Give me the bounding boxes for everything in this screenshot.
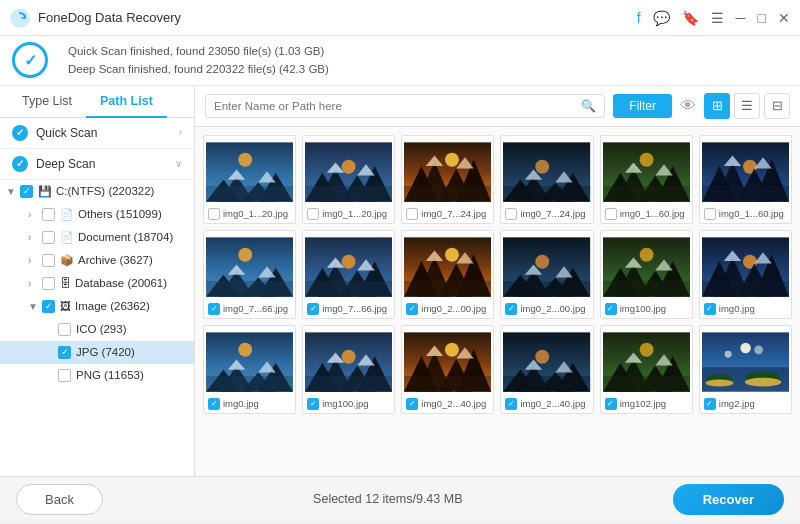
minimize-icon[interactable]: ─ xyxy=(736,10,746,26)
eye-icon[interactable]: 👁 xyxy=(680,97,696,115)
item-checkbox[interactable] xyxy=(605,303,617,315)
svg-point-110 xyxy=(238,343,252,357)
svg-rect-54 xyxy=(702,186,789,202)
tree-item-archive[interactable]: › 📦 Archive (3627) xyxy=(0,249,194,272)
item-label: img0.jpg xyxy=(223,398,291,409)
maximize-icon[interactable]: □ xyxy=(758,10,766,26)
titlebar: FoneDog Data Recovery f 💬 🔖 ☰ ─ □ ✕ xyxy=(0,0,800,36)
svg-point-146 xyxy=(639,343,653,357)
svg-rect-90 xyxy=(503,281,590,297)
grid-item[interactable]: img0_7...66.jpg xyxy=(203,230,296,319)
item-checkbox[interactable] xyxy=(704,398,716,410)
tree-arrow-image: ▼ xyxy=(28,301,42,312)
list-view-icon[interactable]: ☰ xyxy=(734,93,760,119)
item-checkbox[interactable] xyxy=(704,303,716,315)
grid-item[interactable]: img2.jpg xyxy=(699,325,792,414)
svg-rect-63 xyxy=(206,281,293,297)
grid-item[interactable]: img0_1...20.jpg xyxy=(203,135,296,224)
grid-item-footer: img0.jpg xyxy=(702,301,789,316)
tree-checkbox-archive[interactable] xyxy=(42,254,55,267)
grid-item[interactable]: img0_2...40.jpg xyxy=(500,325,593,414)
svg-point-56 xyxy=(238,248,252,262)
search-input[interactable] xyxy=(214,100,581,112)
svg-point-20 xyxy=(445,153,459,167)
view-icons: ⊞ ☰ ⊟ xyxy=(704,93,790,119)
search-box[interactable]: 🔍 xyxy=(205,94,605,118)
svg-rect-117 xyxy=(206,376,293,392)
grid-view-icon[interactable]: ⊞ xyxy=(704,93,730,119)
grid-item[interactable]: img0_7...24.jpg xyxy=(401,135,494,224)
item-checkbox[interactable] xyxy=(605,398,617,410)
tree-checkbox-cdrive[interactable] xyxy=(20,185,33,198)
item-checkbox[interactable] xyxy=(208,208,220,220)
bottom-bar: Back Selected 12 items/9.43 MB Recover xyxy=(0,476,800,522)
quick-scan-item[interactable]: Quick Scan › xyxy=(0,118,194,149)
tree-item-ico[interactable]: ICO (293) xyxy=(0,318,194,341)
item-checkbox[interactable] xyxy=(505,208,517,220)
grid-item[interactable]: img0_1...20.jpg xyxy=(302,135,395,224)
grid-item[interactable]: img0.jpg xyxy=(699,230,792,319)
item-checkbox[interactable] xyxy=(406,303,418,315)
item-checkbox[interactable] xyxy=(406,208,418,220)
item-checkbox[interactable] xyxy=(704,208,716,220)
tree-checkbox-jpg[interactable] xyxy=(58,346,71,359)
tree-arrow-cdrive: ▼ xyxy=(6,186,20,197)
grid-item[interactable]: img0_1...60.jpg xyxy=(600,135,693,224)
item-checkbox[interactable] xyxy=(505,398,517,410)
back-button[interactable]: Back xyxy=(16,484,103,515)
deep-scan-item[interactable]: Deep Scan ∨ xyxy=(0,149,194,180)
detail-view-icon[interactable]: ⊟ xyxy=(764,93,790,119)
item-checkbox[interactable] xyxy=(605,208,617,220)
tree-checkbox-others[interactable] xyxy=(42,208,55,221)
tree-item-image[interactable]: ▼ 🖼 Image (26362) xyxy=(0,295,194,318)
grid-item[interactable]: img0_7...24.jpg xyxy=(500,135,593,224)
tree-checkbox-ico[interactable] xyxy=(58,323,71,336)
bookmark-icon[interactable]: 🔖 xyxy=(682,10,699,26)
recover-button[interactable]: Recover xyxy=(673,484,784,515)
tree-item-png[interactable]: PNG (11653) xyxy=(0,364,194,387)
grid-item[interactable]: img102.jpg xyxy=(600,325,693,414)
item-checkbox[interactable] xyxy=(208,398,220,410)
facebook-icon[interactable]: f xyxy=(637,10,641,26)
titlebar-icons: f 💬 🔖 ☰ ─ □ ✕ xyxy=(637,10,790,26)
close-icon[interactable]: ✕ xyxy=(778,10,790,26)
grid-item[interactable]: img0_1...60.jpg xyxy=(699,135,792,224)
tab-type-list[interactable]: Type List xyxy=(8,86,86,118)
grid-item[interactable]: img0.jpg xyxy=(203,325,296,414)
item-label: img100.jpg xyxy=(620,303,688,314)
database-icon: 🗄 xyxy=(60,277,71,289)
item-checkbox[interactable] xyxy=(307,398,319,410)
thumbnail xyxy=(404,328,491,396)
grid-item[interactable]: img0_2...00.jpg xyxy=(500,230,593,319)
tree-checkbox-image[interactable] xyxy=(42,300,55,313)
tree-item-cdrive[interactable]: ▼ 💾 C:(NTFS) (220322) xyxy=(0,180,194,203)
item-checkbox[interactable] xyxy=(208,303,220,315)
item-checkbox[interactable] xyxy=(406,398,418,410)
grid-item[interactable]: img0_2...40.jpg xyxy=(401,325,494,414)
chat-icon[interactable]: 💬 xyxy=(653,10,670,26)
grid-item[interactable]: img100.jpg xyxy=(600,230,693,319)
grid-item[interactable]: img0_7...66.jpg xyxy=(302,230,395,319)
app-logo xyxy=(10,8,30,28)
tree-item-jpg[interactable]: JPG (7420) xyxy=(0,341,194,364)
grid-item[interactable]: img0_2...00.jpg xyxy=(401,230,494,319)
tree-checkbox-document[interactable] xyxy=(42,231,55,244)
tree-arrow-archive: › xyxy=(28,255,42,266)
item-label: img0_2...40.jpg xyxy=(421,398,489,409)
svg-point-2 xyxy=(238,153,252,167)
tree-checkbox-png[interactable] xyxy=(58,369,71,382)
tree-checkbox-database[interactable] xyxy=(42,277,55,290)
item-checkbox[interactable] xyxy=(307,208,319,220)
tree-item-others[interactable]: › 📄 Others (151099) xyxy=(0,203,194,226)
menu-icon[interactable]: ☰ xyxy=(711,10,724,26)
filter-button[interactable]: Filter xyxy=(613,94,672,118)
item-checkbox[interactable] xyxy=(307,303,319,315)
tree-item-document[interactable]: › 📄 Document (18704) xyxy=(0,226,194,249)
item-checkbox[interactable] xyxy=(505,303,517,315)
svg-point-11 xyxy=(342,160,356,174)
grid-item[interactable]: img100.jpg xyxy=(302,325,395,414)
grid-item-footer: img0_7...24.jpg xyxy=(404,206,491,221)
tab-path-list[interactable]: Path List xyxy=(86,86,167,118)
tree-item-database[interactable]: › 🗄 Database (20061) xyxy=(0,272,194,295)
thumbnail xyxy=(702,233,789,301)
